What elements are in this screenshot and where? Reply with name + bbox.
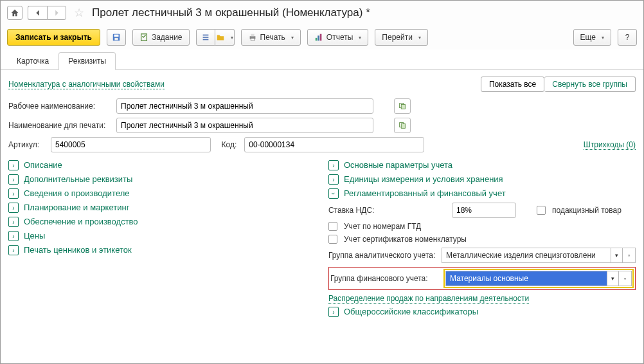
tab-card[interactable]: Карточка (7, 52, 58, 70)
help-button[interactable]: ? (618, 29, 637, 46)
arrow-left-icon (33, 8, 42, 17)
section-left-4[interactable]: ›Обеспечение и производство (8, 217, 316, 227)
fin-group-dropdown[interactable]: ▾ (607, 271, 619, 286)
svg-rect-1 (114, 35, 118, 37)
save-icon (112, 33, 121, 42)
analytic-group-dropdown[interactable]: ▾ (611, 248, 623, 263)
section-units[interactable]: › Единицы измерения и условия хранения (328, 174, 636, 185)
svg-rect-9 (251, 39, 254, 41)
section-left-0[interactable]: ›Описание (8, 160, 316, 170)
chevron-right-icon: › (8, 160, 19, 170)
section-main-params[interactable]: › Основные параметры учета (328, 160, 636, 170)
chevron-right-icon: › (8, 203, 19, 213)
print-icon (248, 33, 257, 42)
chevron-down-icon: ▾ (602, 35, 604, 41)
svg-rect-10 (316, 38, 318, 41)
section-reglament[interactable]: › Регламентированный и финансовый учет (328, 188, 636, 199)
analytic-group-open[interactable]: ▫ (623, 248, 636, 263)
copy-print-name-button[interactable] (394, 118, 411, 133)
svg-rect-4 (202, 35, 208, 36)
similar-items-link[interactable]: Номенклатура с аналогичными свойствами (8, 80, 165, 89)
svg-rect-14 (401, 104, 405, 109)
back-button[interactable] (28, 6, 47, 20)
chevron-right-icon: › (8, 217, 19, 227)
chevron-down-icon: › (328, 188, 339, 199)
reports-button[interactable]: Отчеты▾ (307, 29, 368, 46)
copy-icon (398, 121, 407, 130)
cert-label: Учет сертификатов номенклатуры (344, 235, 467, 244)
home-button[interactable] (7, 6, 22, 20)
collapse-all-button[interactable]: Свернуть все группы (544, 77, 636, 92)
task-icon (139, 33, 148, 42)
task-button[interactable]: Задание (132, 29, 190, 46)
svg-rect-5 (202, 37, 208, 38)
article-label: Артикул: (8, 140, 47, 149)
tab-details[interactable]: Реквизиты (58, 52, 116, 70)
work-name-input[interactable] (116, 98, 373, 114)
chart-icon (314, 33, 323, 42)
print-name-input[interactable] (116, 118, 373, 133)
article-input[interactable] (51, 137, 211, 152)
list-icon (201, 33, 210, 42)
copy-work-name-button[interactable] (394, 98, 411, 114)
folder-icon (216, 33, 225, 42)
fin-group-label: Группа финансового учета: (330, 274, 440, 283)
show-all-button[interactable]: Показать все (481, 77, 544, 92)
sales-distribution-link[interactable]: Распределение продаж по направлениям дея… (328, 294, 529, 304)
svg-rect-12 (320, 34, 322, 41)
section-classifiers[interactable]: › Общероссийские классификаторы (328, 307, 636, 317)
section-left-1[interactable]: ›Дополнительные реквизиты (8, 174, 316, 185)
home-icon (10, 8, 19, 17)
chevron-right-icon: › (8, 231, 19, 241)
analytic-group-label: Группа аналитического учета: (328, 251, 438, 260)
arrow-right-icon (52, 8, 61, 17)
vat-label: Ставка НДС: (328, 206, 393, 215)
more-button[interactable]: Еще▾ (573, 29, 611, 46)
save-close-button[interactable]: Записать и закрыть (7, 29, 100, 46)
excise-checkbox[interactable] (537, 206, 546, 215)
analytic-group-select[interactable]: Металлические изделия специзготовлени (442, 248, 611, 263)
svg-rect-6 (202, 39, 208, 41)
section-left-5[interactable]: ›Цены (8, 231, 316, 241)
chevron-right-icon: › (8, 245, 19, 255)
code-label: Код: (215, 140, 240, 149)
chevron-down-icon: ▾ (231, 35, 233, 41)
svg-rect-16 (401, 123, 405, 128)
left-sections: ›Описание›Дополнительные реквизиты›Сведе… (8, 156, 316, 321)
cert-checkbox[interactable] (328, 235, 337, 244)
vat-input[interactable] (452, 203, 516, 218)
section-left-3[interactable]: ›Планирование и маркетинг (8, 203, 316, 213)
barcodes-link[interactable]: Штрихкоды (0) (584, 140, 636, 150)
goto-button[interactable]: Перейти▾ (375, 29, 428, 46)
print-name-label: Наименование для печати: (8, 121, 112, 130)
section-left-6[interactable]: ›Печать ценников и этикеток (8, 245, 316, 255)
work-name-label: Рабочее наименование: (8, 102, 112, 111)
chevron-right-icon: › (328, 160, 339, 170)
fin-group-select[interactable]: Материалы основные (445, 271, 607, 286)
forward-button[interactable] (47, 6, 66, 20)
favorite-star[interactable]: ☆ (74, 6, 84, 20)
code-input[interactable] (244, 137, 424, 152)
save-button[interactable] (107, 29, 126, 46)
svg-rect-8 (251, 34, 254, 37)
chevron-down-icon: ▾ (359, 35, 361, 41)
chevron-right-icon: › (8, 188, 19, 199)
fin-group-open[interactable]: ▫ (619, 271, 632, 286)
chevron-down-icon: ▾ (418, 35, 421, 41)
page-title: Пролет лестничный 3 м окрашенный (Номенк… (92, 6, 370, 19)
print-button[interactable]: Печать▾ (241, 29, 301, 46)
list-button[interactable] (196, 29, 215, 46)
chevron-right-icon: › (328, 174, 339, 185)
gtd-checkbox[interactable] (328, 222, 337, 231)
folder-dropdown-button[interactable]: ▾ (215, 29, 235, 46)
section-left-2[interactable]: ›Сведения о производителе (8, 188, 316, 199)
chevron-right-icon: › (8, 174, 19, 185)
svg-rect-2 (114, 38, 118, 41)
svg-rect-11 (318, 35, 319, 41)
excise-label: подакцизный товар (552, 206, 622, 215)
copy-icon (398, 102, 407, 111)
chevron-right-icon: › (328, 307, 339, 317)
chevron-down-icon: ▾ (291, 35, 294, 41)
gtd-label: Учет по номерам ГТД (344, 222, 421, 231)
